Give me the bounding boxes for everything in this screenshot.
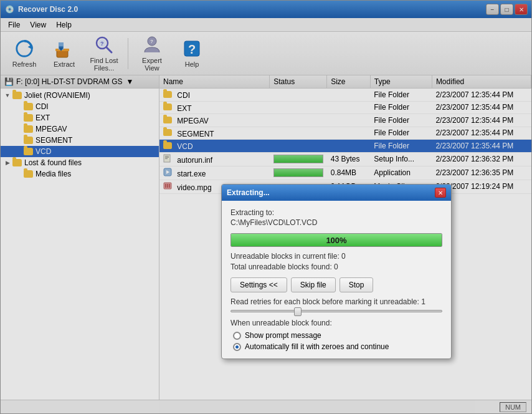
slider-container [230,310,442,312]
radio-circle-zeros[interactable] [233,343,241,351]
extracting-to-label: Extracting to: [230,208,442,217]
retries-label: Read retries for each block before marki… [230,297,442,306]
dialog-close-button[interactable]: ✕ [435,188,446,198]
dialog-progress-text: 100% [231,234,442,246]
unreadable-current: Unreadable blocks in current file: 0 [230,252,442,261]
radio-item-zeros[interactable]: Automatically fill it with zeroes and co… [233,342,442,351]
extract-path: C:\MyFiles\VCD\LOT.VCD [230,218,442,227]
dialog-body: Extracting to: C:\MyFiles\VCD\LOT.VCD 10… [222,201,451,359]
radio-label-prompt: Show prompt message [245,331,321,340]
extract-dialog: Extracting... ✕ Extracting to: C:\MyFile… [221,184,452,359]
retries-slider-thumb[interactable] [294,307,302,316]
dialog-title-text: Extracting... [227,188,435,197]
modal-overlay: Extracting... ✕ Extracting to: C:\MyFile… [0,0,532,414]
retries-slider-track [230,310,442,312]
when-unreadable-label: When unreadable block found: [230,319,442,327]
unreadable-total: Total unreadable blocks found: 0 [230,262,442,271]
radio-label-zeros: Automatically fill it with zeroes and co… [245,342,389,351]
settings-button[interactable]: Settings << [230,277,287,292]
dialog-title-bar: Extracting... ✕ [222,185,451,201]
radio-item-prompt[interactable]: Show prompt message [233,331,442,340]
dialog-buttons: Settings << Skip file Stop [230,277,442,292]
radio-group: Show prompt message Automatically fill i… [230,331,442,351]
dialog-progress-bar: 100% [230,233,442,247]
skip-file-button[interactable]: Skip file [291,277,336,292]
radio-circle-prompt[interactable] [233,332,241,340]
stop-button[interactable]: Stop [340,277,374,292]
